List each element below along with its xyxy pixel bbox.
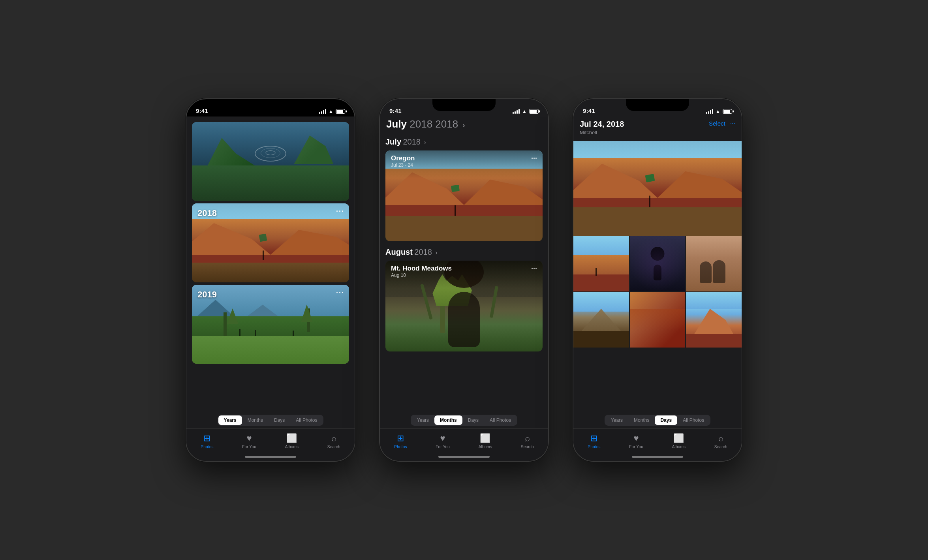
month-year: 2018 bbox=[410, 118, 432, 130]
photos-icon-right: ⊞ bbox=[590, 433, 597, 443]
july-label: July bbox=[385, 137, 401, 146]
photo-card-2019[interactable]: 2019 ··· bbox=[192, 285, 349, 364]
time-middle: 9:41 bbox=[389, 107, 402, 114]
home-indicator-left bbox=[245, 456, 296, 458]
tab-albums-label-left: Albums bbox=[285, 445, 299, 449]
location-card-mthood[interactable]: Mt. Hood Meadows Aug 10 ··· bbox=[385, 261, 543, 351]
location-card-oregon[interactable]: Oregon Jul 23 - 24 ··· bbox=[385, 150, 543, 241]
grid-photo-1[interactable] bbox=[573, 236, 629, 291]
oregon-more[interactable]: ··· bbox=[531, 154, 537, 163]
toggle-allphotos-left[interactable]: All Photos bbox=[290, 415, 323, 425]
tab-albums-middle[interactable]: ⬜ Albums bbox=[479, 433, 492, 449]
august-chevron: › bbox=[435, 249, 437, 256]
mthood-title: Mt. Hood Meadows bbox=[391, 265, 452, 272]
select-button[interactable]: Select bbox=[709, 120, 725, 127]
grid-photo-3[interactable] bbox=[686, 236, 742, 291]
tab-albums-right[interactable]: ⬜ Albums bbox=[672, 433, 686, 449]
tab-foryou-right[interactable]: ♥ For You bbox=[629, 433, 643, 449]
grid-photo-4[interactable] bbox=[573, 292, 629, 348]
photos-icon-left: ⊞ bbox=[203, 433, 210, 443]
toggle-months-right[interactable]: Months bbox=[628, 415, 655, 425]
content-right bbox=[573, 138, 742, 412]
tab-search-middle[interactable]: ⌕ Search bbox=[521, 433, 534, 449]
section-august-header: August 2018 › bbox=[380, 244, 548, 258]
tab-photos-right[interactable]: ⊞ Photos bbox=[588, 433, 600, 449]
home-indicator-right bbox=[632, 456, 683, 458]
photo-card-lake[interactable] bbox=[192, 122, 349, 201]
search-icon-right: ⌕ bbox=[718, 433, 723, 443]
card-year-2019: 2019 bbox=[197, 289, 217, 300]
phone-left: 9:41 ▲ bbox=[186, 98, 355, 462]
mthood-more[interactable]: ··· bbox=[531, 265, 537, 273]
card-more-2019[interactable]: ··· bbox=[336, 289, 344, 297]
notch-left bbox=[239, 99, 302, 111]
hero-photo-right[interactable] bbox=[573, 141, 742, 236]
tab-search-label-middle: Search bbox=[521, 445, 534, 449]
tab-foryou-left[interactable]: ♥ For You bbox=[242, 433, 256, 449]
grid-photo-5[interactable] bbox=[630, 292, 686, 348]
battery-left bbox=[336, 109, 345, 114]
toggle-allphotos-middle[interactable]: All Photos bbox=[484, 415, 517, 425]
month-name: July bbox=[386, 118, 407, 130]
notch-right bbox=[626, 99, 689, 111]
tab-photos-label-right: Photos bbox=[588, 445, 600, 449]
month-header: July 2018 2018 › bbox=[380, 117, 548, 133]
header-year-val: 2018 bbox=[435, 118, 458, 130]
time-left: 9:41 bbox=[196, 107, 208, 114]
tab-foryou-label-left: For You bbox=[242, 445, 256, 449]
tab-search-label-right: Search bbox=[714, 445, 727, 449]
toggle-months-middle[interactable]: Months bbox=[434, 415, 462, 425]
wifi-icon-left: ▲ bbox=[329, 109, 333, 114]
photo-card-2018[interactable]: 2018 ··· bbox=[192, 203, 349, 282]
albums-icon-middle: ⬜ bbox=[480, 433, 490, 443]
more-button-right[interactable]: ··· bbox=[730, 120, 735, 127]
toggle-group-middle: Years Months Days All Photos bbox=[411, 415, 517, 426]
mthood-dates: Aug 10 bbox=[391, 272, 452, 278]
notch-middle bbox=[432, 99, 496, 111]
day-date-display: Jul 24, 2018 bbox=[580, 120, 624, 129]
toggle-group-left: Years Months Days All Photos bbox=[218, 415, 324, 426]
photo-lake bbox=[192, 122, 349, 201]
signal-right bbox=[706, 109, 713, 114]
tab-albums-left[interactable]: ⬜ Albums bbox=[285, 433, 299, 449]
toggle-group-right: Years Months Days All Photos bbox=[605, 415, 710, 426]
toggle-days-left[interactable]: Days bbox=[269, 415, 290, 425]
battery-right bbox=[723, 109, 732, 114]
mthood-card-header: Mt. Hood Meadows Aug 10 ··· bbox=[385, 261, 543, 280]
content-middle: July 2018 › bbox=[380, 133, 548, 412]
foryou-icon-right: ♥ bbox=[634, 433, 639, 443]
photo-scroll-left[interactable]: 2018 ··· bbox=[186, 117, 355, 412]
toggle-years-right[interactable]: Years bbox=[605, 415, 628, 425]
tab-foryou-label-right: For You bbox=[629, 445, 643, 449]
card-more-2018[interactable]: ··· bbox=[336, 207, 344, 216]
day-actions: Select ··· bbox=[709, 120, 735, 127]
toggle-years-middle[interactable]: Years bbox=[411, 415, 434, 425]
toggle-years-left[interactable]: Years bbox=[218, 415, 242, 425]
foryou-icon-middle: ♥ bbox=[440, 433, 445, 443]
tab-albums-label-right: Albums bbox=[672, 445, 686, 449]
oregon-dates: Jul 23 - 24 bbox=[391, 162, 415, 168]
photo-grid-right bbox=[573, 236, 742, 348]
tab-photos-left[interactable]: ⊞ Photos bbox=[201, 433, 213, 449]
august-year: 2018 bbox=[414, 248, 432, 256]
signal-middle bbox=[513, 109, 520, 114]
tab-search-left[interactable]: ⌕ Search bbox=[327, 433, 340, 449]
section-july-header: July 2018 › bbox=[380, 137, 548, 148]
time-right: 9:41 bbox=[583, 107, 595, 114]
tab-search-right[interactable]: ⌕ Search bbox=[714, 433, 727, 449]
albums-icon-left: ⬜ bbox=[286, 433, 297, 443]
tab-foryou-middle[interactable]: ♥ For You bbox=[436, 433, 450, 449]
tab-photos-middle[interactable]: ⊞ Photos bbox=[394, 433, 407, 449]
photo-scroll-right[interactable] bbox=[573, 138, 742, 412]
toggle-days-middle[interactable]: Days bbox=[462, 415, 484, 425]
photo-scroll-middle[interactable]: July 2018 › bbox=[380, 133, 548, 412]
toggle-allphotos-right[interactable]: All Photos bbox=[677, 415, 710, 425]
grid-photo-6[interactable] bbox=[686, 292, 742, 348]
oregon-card-header: Oregon Jul 23 - 24 ··· bbox=[385, 150, 543, 170]
toggle-days-right[interactable]: Days bbox=[655, 415, 677, 425]
grid-photo-2[interactable] bbox=[630, 236, 686, 291]
toggle-container-right: Years Months Days All Photos bbox=[573, 412, 742, 428]
phone-right: 9:41 ▲ Jul 24, 2018 Mitchell bbox=[573, 98, 742, 462]
day-header: Jul 24, 2018 Mitchell Select ··· bbox=[573, 117, 742, 138]
toggle-months-left[interactable]: Months bbox=[242, 415, 269, 425]
